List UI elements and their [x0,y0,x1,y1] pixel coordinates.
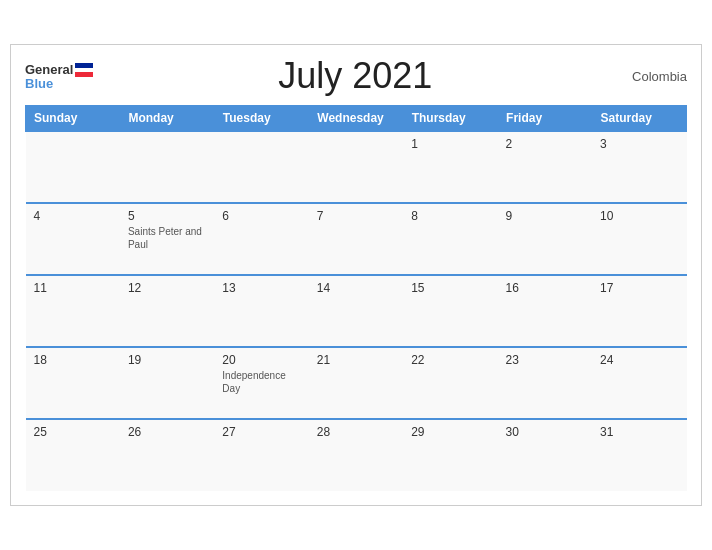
day-cell: 30 [498,419,592,491]
day-number: 25 [34,425,112,439]
day-cell: 27 [214,419,308,491]
day-number: 23 [506,353,584,367]
day-cell: 19 [120,347,214,419]
day-number: 17 [600,281,678,295]
logo-flag-icon [75,63,93,77]
day-cell: 3 [592,131,686,203]
day-cell: 17 [592,275,686,347]
week-row-2: 11121314151617 [26,275,687,347]
day-cell: 28 [309,419,403,491]
day-number: 26 [128,425,206,439]
day-number: 7 [317,209,395,223]
day-number: 13 [222,281,300,295]
day-cell: 8 [403,203,497,275]
week-row-3: 181920Independence Day21222324 [26,347,687,419]
day-cell: 16 [498,275,592,347]
day-cell: 2 [498,131,592,203]
holiday-label: Independence Day [222,369,300,395]
calendar-container: General Blue July 2021 Colombia SundayMo… [10,44,702,506]
day-number: 19 [128,353,206,367]
day-cell: 14 [309,275,403,347]
weekday-header-friday: Friday [498,106,592,132]
weekday-header-saturday: Saturday [592,106,686,132]
day-number: 10 [600,209,678,223]
day-number: 2 [506,137,584,151]
logo-general-text: General [25,63,73,76]
weekday-header-row: SundayMondayTuesdayWednesdayThursdayFrid… [26,106,687,132]
week-row-4: 25262728293031 [26,419,687,491]
day-cell: 24 [592,347,686,419]
day-number: 6 [222,209,300,223]
day-cell: 12 [120,275,214,347]
calendar-header: General Blue July 2021 Colombia [25,55,687,97]
day-number: 20 [222,353,300,367]
day-number: 28 [317,425,395,439]
weekday-header-wednesday: Wednesday [309,106,403,132]
holiday-label: Saints Peter and Paul [128,225,206,251]
day-cell: 4 [26,203,120,275]
day-cell: 25 [26,419,120,491]
day-cell [26,131,120,203]
day-cell: 31 [592,419,686,491]
logo-blue-text: Blue [25,77,93,90]
day-number: 4 [34,209,112,223]
day-number: 5 [128,209,206,223]
day-number: 14 [317,281,395,295]
day-cell: 5Saints Peter and Paul [120,203,214,275]
day-cell: 20Independence Day [214,347,308,419]
day-number: 31 [600,425,678,439]
day-cell: 18 [26,347,120,419]
week-row-0: 123 [26,131,687,203]
weekday-header-thursday: Thursday [403,106,497,132]
day-number: 30 [506,425,584,439]
day-cell: 10 [592,203,686,275]
day-number: 3 [600,137,678,151]
day-cell: 6 [214,203,308,275]
logo-general: General [25,63,93,77]
day-cell: 23 [498,347,592,419]
day-cell: 26 [120,419,214,491]
day-cell [214,131,308,203]
calendar-tbody: 12345Saints Peter and Paul67891011121314… [26,131,687,491]
day-number: 1 [411,137,489,151]
day-number: 29 [411,425,489,439]
day-number: 8 [411,209,489,223]
day-cell [309,131,403,203]
day-number: 27 [222,425,300,439]
day-cell: 15 [403,275,497,347]
calendar-thead: SundayMondayTuesdayWednesdayThursdayFrid… [26,106,687,132]
day-cell: 29 [403,419,497,491]
day-number: 22 [411,353,489,367]
calendar-title: July 2021 [93,55,617,97]
calendar-grid: SundayMondayTuesdayWednesdayThursdayFrid… [25,105,687,491]
weekday-header-sunday: Sunday [26,106,120,132]
logo: General Blue [25,63,93,90]
day-number: 24 [600,353,678,367]
day-cell: 7 [309,203,403,275]
day-cell: 22 [403,347,497,419]
day-cell: 9 [498,203,592,275]
day-number: 15 [411,281,489,295]
day-number: 9 [506,209,584,223]
day-number: 16 [506,281,584,295]
day-number: 12 [128,281,206,295]
day-cell [120,131,214,203]
day-number: 21 [317,353,395,367]
weekday-header-monday: Monday [120,106,214,132]
week-row-1: 45Saints Peter and Paul678910 [26,203,687,275]
country-label: Colombia [617,69,687,84]
weekday-header-tuesday: Tuesday [214,106,308,132]
day-cell: 11 [26,275,120,347]
day-number: 11 [34,281,112,295]
day-cell: 1 [403,131,497,203]
day-cell: 13 [214,275,308,347]
day-number: 18 [34,353,112,367]
day-cell: 21 [309,347,403,419]
